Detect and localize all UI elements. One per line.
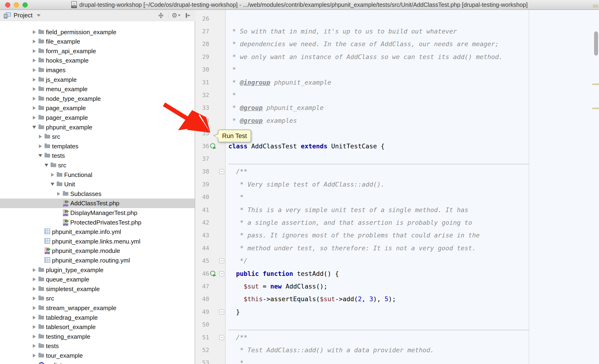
chevron-right-icon[interactable] xyxy=(33,287,36,291)
fold-marker-icon[interactable]: − xyxy=(219,309,224,315)
tree-item-tests[interactable]: tests xyxy=(0,151,195,160)
close-window-button[interactable] xyxy=(5,2,10,8)
tree-item-phpunit-example-module[interactable]: phpphpunit_example.module xyxy=(0,246,195,256)
tree-item-src[interactable]: src xyxy=(0,132,195,142)
code-line[interactable]: $sut = new AddClass(); xyxy=(229,280,327,293)
chevron-right-icon[interactable] xyxy=(33,78,36,81)
code-line[interactable]: * pass. It ignores most of the problems … xyxy=(229,229,480,242)
tree-item-functional[interactable]: Functional xyxy=(0,170,195,179)
chevron-expanded-icon[interactable] xyxy=(38,154,42,157)
code-line[interactable]: * @group examples xyxy=(229,114,297,127)
run-test-gutter-icon[interactable] xyxy=(210,143,217,150)
code-line[interactable]: class AddClassTest extends UnitTestCase … xyxy=(229,140,385,153)
code-line[interactable]: * method under test, so therefore: It is… xyxy=(229,242,476,255)
tree-item-tabledrag-example[interactable]: tabledrag_example xyxy=(0,313,195,322)
code-line[interactable]: * a single assertion, and that assertion… xyxy=(229,216,472,229)
tree-item-file-example[interactable]: file_example xyxy=(0,37,195,46)
tree-item-subclasses[interactable]: Subclasses xyxy=(0,189,195,198)
chevron-right-icon[interactable] xyxy=(33,316,36,320)
code-line[interactable]: * xyxy=(229,356,244,364)
code-line[interactable]: * @group phpunit_example xyxy=(229,101,324,114)
tree-item-hooks-example[interactable]: hooks_example xyxy=(0,56,195,65)
tree-item-menu-example[interactable]: menu_example xyxy=(0,84,195,94)
code-line[interactable]: * dependencies we need. In the case of A… xyxy=(229,38,499,50)
chevron-expanded-icon[interactable] xyxy=(51,183,54,186)
tree-item-field-permission-example[interactable]: field_permission_example xyxy=(0,27,195,37)
fold-marker-icon[interactable]: − xyxy=(219,169,224,174)
tree-item-form-api-example[interactable]: form_api_example xyxy=(0,46,195,56)
tree-item-phpunit-example[interactable]: phpunit_example xyxy=(0,122,195,132)
tree-item-unit[interactable]: Unit xyxy=(0,179,195,189)
code-line[interactable]: * xyxy=(229,191,244,204)
chevron-right-icon[interactable] xyxy=(33,268,36,272)
chevron-right-icon[interactable] xyxy=(33,354,36,357)
chevron-right-icon[interactable] xyxy=(33,116,36,120)
chevron-right-icon[interactable] xyxy=(33,87,36,91)
code-line[interactable]: */ xyxy=(229,255,247,267)
tree-item-src[interactable]: src xyxy=(0,160,195,170)
chevron-expanded-icon[interactable] xyxy=(44,164,48,167)
tree-item-phpunit-example-info-yml[interactable]: phpunit_example.info.yml xyxy=(0,227,195,237)
run-test-gutter-icon[interactable] xyxy=(210,270,217,277)
error-stripe-mark[interactable] xyxy=(592,83,599,85)
code-line[interactable]: * This is a very simple unit test of a s… xyxy=(229,204,468,216)
editor-scrollbar-thumb[interactable] xyxy=(594,31,598,55)
code-line[interactable]: /** xyxy=(229,331,247,344)
tree-item-plugin-type-example[interactable]: plugin_type_example xyxy=(0,265,195,275)
zoom-window-button[interactable] xyxy=(23,2,28,8)
minimize-window-button[interactable] xyxy=(14,2,19,8)
chevron-right-icon[interactable] xyxy=(33,30,36,34)
settings-gear-icon[interactable]: ⚙ xyxy=(172,12,181,19)
tree-item-stream-wrapper-example[interactable]: stream_wrapper_example xyxy=(0,303,195,313)
chevron-right-icon[interactable] xyxy=(33,40,36,43)
code-line[interactable]: * xyxy=(229,63,236,76)
code-line[interactable]: $this->assertEquals($sut->add(2, 3), 5); xyxy=(229,293,396,305)
chevron-right-icon[interactable] xyxy=(51,173,54,177)
code-line[interactable]: * Test AddClass::add() with a data provi… xyxy=(229,344,434,356)
hide-panel-icon[interactable] xyxy=(184,11,192,19)
tree-item-tests[interactable]: tests xyxy=(0,341,195,351)
tree-item--eslintrc[interactable]: .eslintrc xyxy=(0,360,195,364)
fold-marker-icon[interactable]: − xyxy=(219,271,224,276)
tree-item-phpunit-example-routing-yml[interactable]: phpunit_example.routing.yml xyxy=(0,256,195,265)
tree-item-js-example[interactable]: js_example xyxy=(0,75,195,84)
tree-item-addclasstest-php[interactable]: phpAddClassTest.php xyxy=(0,198,195,208)
tree-item-page-example[interactable]: page_example xyxy=(0,103,195,113)
code-line[interactable]: /** xyxy=(229,165,247,178)
tree-item-simpletest-example[interactable]: simpletest_example xyxy=(0,284,195,294)
chevron-right-icon[interactable] xyxy=(33,325,36,329)
tree-item-tablesort-example[interactable]: tablesort_example xyxy=(0,322,195,332)
code-line[interactable]: * So with that in mind, it's up to us to… xyxy=(229,25,457,38)
tree-item-protectedprivatestest-php[interactable]: phpProtectedPrivatesTest.php xyxy=(0,218,195,227)
tree-item-node-type-example[interactable]: node_type_example xyxy=(0,94,195,103)
chevron-right-icon[interactable] xyxy=(33,335,36,338)
fold-marker-icon[interactable]: − xyxy=(219,258,224,263)
chevron-right-icon[interactable] xyxy=(33,306,36,310)
chevron-right-icon[interactable] xyxy=(33,106,36,110)
chevron-right-icon[interactable] xyxy=(33,49,36,53)
scroll-from-source-icon[interactable] xyxy=(157,11,165,19)
chevron-right-icon[interactable] xyxy=(39,135,42,139)
tree-item-pager-example[interactable]: pager_example xyxy=(0,113,195,122)
chevron-right-icon[interactable] xyxy=(57,192,60,196)
chevron-right-icon[interactable] xyxy=(33,296,36,300)
code-line[interactable]: * we only want an instance of AddClass s… xyxy=(229,51,502,63)
code-line[interactable]: * xyxy=(229,89,236,101)
tree-item-tour-example[interactable]: tour_example xyxy=(0,351,195,360)
chevron-down-icon[interactable] xyxy=(37,14,41,17)
tree-item-src[interactable]: src xyxy=(0,294,195,303)
error-stripe-mark[interactable] xyxy=(592,107,599,109)
code-line[interactable]: public function testAdd() { xyxy=(229,267,339,280)
chevron-right-icon[interactable] xyxy=(39,144,42,148)
code-line[interactable]: } xyxy=(229,306,240,318)
chevron-right-icon[interactable] xyxy=(33,68,36,72)
tree-item-displaymanagertest-php[interactable]: phpDisplayManagerTest.php xyxy=(0,208,195,218)
tree-item-queue-example[interactable]: queue_example xyxy=(0,275,195,284)
code-line[interactable]: * @ingroup phpunit_example xyxy=(229,76,331,89)
chevron-right-icon[interactable] xyxy=(33,277,36,281)
chevron-right-icon[interactable] xyxy=(33,344,36,348)
chevron-right-icon[interactable] xyxy=(33,97,36,101)
tree-item-templates[interactable]: templates xyxy=(0,141,195,151)
chevron-expanded-icon[interactable] xyxy=(32,126,36,129)
fold-marker-icon[interactable]: − xyxy=(219,335,224,340)
